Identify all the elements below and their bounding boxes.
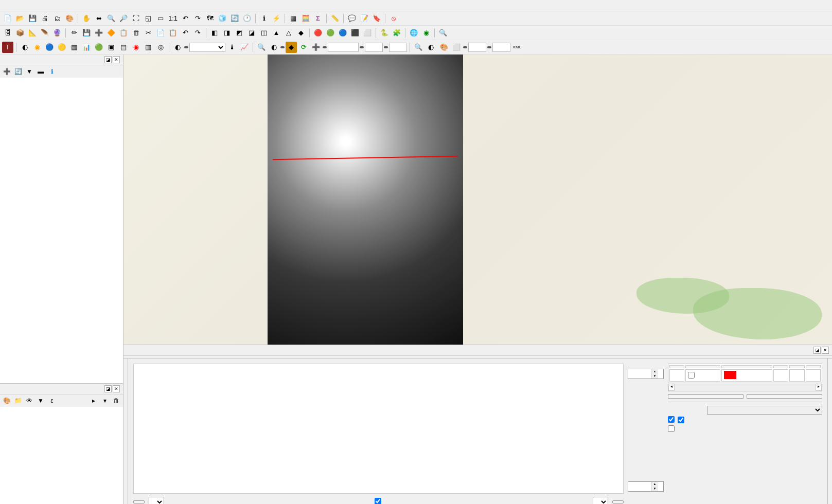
t-input[interactable] (468, 43, 486, 52)
modify-attrs-icon[interactable]: 📋 (118, 27, 129, 39)
height-select[interactable] (149, 497, 164, 504)
layer-row-checkbox[interactable] (688, 372, 695, 379)
scroll-left-icon[interactable]: ◂ (668, 384, 675, 391)
rgb-toggle-icon[interactable]: ◐ (172, 42, 183, 53)
layer-color-swatch[interactable] (724, 371, 736, 379)
tool-icon-12[interactable]: ⬛ (349, 27, 361, 39)
layers-close-icon[interactable]: ✕ (113, 385, 120, 392)
link-mouse-checkbox[interactable] (678, 417, 822, 423)
zoom-next-icon[interactable]: ↷ (192, 13, 203, 24)
profile-close-icon[interactable]: ✕ (822, 347, 829, 354)
scp-icon-5[interactable]: ▦ (68, 42, 80, 53)
measure-icon[interactable]: 📏 (329, 13, 341, 24)
enable-props-icon[interactable]: ℹ (47, 67, 57, 76)
reset-view-button[interactable] (133, 500, 145, 503)
redo-icon[interactable]: ↷ (192, 27, 203, 39)
filter-browser-icon[interactable]: ▼ (25, 67, 34, 76)
style-manager-icon[interactable]: 🎨 (64, 13, 75, 24)
layers-visibility-icon[interactable]: 👁 (25, 396, 34, 405)
scp-dock-icon[interactable]: T (2, 42, 13, 53)
add-layer-icon[interactable]: ➕ (2, 67, 11, 76)
scp-zoom-icon[interactable]: 🔍 (256, 42, 267, 53)
scp-icon-7[interactable]: 🟢 (93, 42, 104, 53)
add-layer-button[interactable] (668, 394, 744, 399)
metasearch-icon[interactable]: 🔍 (437, 27, 449, 39)
new-map-view-icon[interactable]: 🗺 (204, 13, 216, 24)
layers-expand-icon[interactable]: ▸ (89, 396, 98, 405)
map-canvas[interactable] (123, 55, 832, 345)
new-geopackage-icon[interactable]: 📦 (14, 27, 26, 39)
scp-icon-9[interactable]: ▤ (118, 42, 129, 53)
vertex-tool-icon[interactable]: 🔶 (105, 27, 117, 39)
kml-icon[interactable]: KML (511, 42, 523, 53)
browser-tree[interactable] (0, 78, 123, 383)
tool-icon-1[interactable]: ◧ (209, 27, 220, 39)
new-3d-view-icon[interactable]: 🧊 (217, 13, 228, 24)
tool-icon-13[interactable]: ⬜ (362, 27, 373, 39)
open-table-icon[interactable]: ▦ (288, 13, 299, 24)
scp-icon-3[interactable]: 🔵 (44, 42, 55, 53)
roi-redo-icon[interactable]: ⟳ (298, 42, 309, 53)
layers-tree[interactable] (0, 407, 123, 504)
annotation-icon[interactable]: 📝 (359, 13, 370, 24)
zoom-selection-icon[interactable]: ◱ (143, 13, 154, 24)
browser-undock-icon[interactable]: ◪ (104, 56, 112, 63)
minimum-spinbox[interactable]: ▲▼ (628, 481, 664, 492)
no-action-icon[interactable]: ⦸ (388, 13, 399, 24)
save-as-button[interactable] (612, 500, 624, 503)
new-project-icon[interactable]: 📄 (2, 13, 13, 24)
refresh-icon[interactable]: 🔄 (229, 13, 240, 24)
tool-icon-11[interactable]: 🔵 (337, 27, 348, 39)
refresh-browser-icon[interactable]: 🔄 (13, 67, 23, 76)
scp-cumulative-icon[interactable]: 📈 (239, 42, 250, 53)
roi-plus-icon[interactable]: ➕ (310, 42, 322, 53)
identify-icon[interactable]: ℹ (258, 13, 270, 24)
zoom-in-icon[interactable]: 🔍 (105, 13, 117, 24)
profile-undock-icon[interactable]: ◪ (813, 347, 821, 354)
roi-pointer-icon[interactable]: ◆ (286, 42, 297, 53)
new-shapefile-icon[interactable]: 📐 (27, 27, 38, 39)
min-input[interactable] (365, 43, 383, 52)
layers-style-icon[interactable]: 🎨 (2, 396, 11, 405)
undo-icon[interactable]: ↶ (180, 27, 191, 39)
tool-icon-2[interactable]: ◨ (221, 27, 233, 39)
show-layout-manager-icon[interactable]: 🗂 (51, 13, 63, 24)
scp-icon-4[interactable]: 🟡 (56, 42, 67, 53)
preview-remove-icon[interactable]: ⬜ (451, 42, 462, 53)
browser-close-icon[interactable]: ✕ (113, 56, 120, 63)
max-input[interactable] (389, 43, 407, 52)
edit-toggle-icon[interactable]: ✏ (68, 27, 80, 39)
tool-icon-9[interactable]: 🔴 (312, 27, 324, 39)
pan-icon[interactable]: ✋ (81, 13, 92, 24)
pan-selection-icon[interactable]: ⬌ (93, 13, 104, 24)
graph-format-select[interactable] (593, 497, 608, 504)
copy-features-icon[interactable]: 📄 (155, 27, 166, 39)
osm-tools-icon[interactable]: 🌐 (408, 27, 419, 39)
profile-chart[interactable] (133, 364, 624, 494)
s-input[interactable] (492, 43, 510, 52)
same-axis-checkbox[interactable] (668, 425, 675, 433)
tool-icon-7[interactable]: △ (283, 27, 294, 39)
scp-icon-12[interactable]: ◎ (155, 42, 166, 53)
open-project-icon[interactable]: 📂 (14, 13, 26, 24)
zoom-native-icon[interactable]: 1:1 (167, 13, 179, 24)
scp-icon-2[interactable]: ◉ (31, 42, 43, 53)
maximum-spinbox[interactable]: ▲▼ (628, 369, 664, 379)
remove-layer-button[interactable] (747, 394, 822, 399)
paste-features-icon[interactable]: 📋 (167, 27, 179, 39)
dist-input[interactable] (328, 43, 359, 52)
scp-icon-11[interactable]: ▥ (143, 42, 154, 53)
rgb-select[interactable] (189, 43, 225, 52)
layers-filter-icon[interactable]: ▼ (36, 396, 45, 405)
table-row[interactable] (669, 369, 821, 382)
roi-toggle-icon[interactable]: ◐ (268, 42, 279, 53)
scp-icon-8[interactable]: ▣ (105, 42, 117, 53)
preview-zoom-icon[interactable]: 🔍 (413, 42, 424, 53)
scp-icon-6[interactable]: 📊 (81, 42, 92, 53)
data-source-manager-icon[interactable]: 🗄 (2, 27, 13, 39)
python-console-icon[interactable]: 🐍 (379, 27, 390, 39)
scp-local-icon[interactable]: 🌡 (226, 42, 238, 53)
interpolated-checkbox[interactable] (375, 498, 383, 504)
zoom-layer-icon[interactable]: ▭ (155, 13, 166, 24)
selection-select[interactable] (707, 406, 822, 415)
